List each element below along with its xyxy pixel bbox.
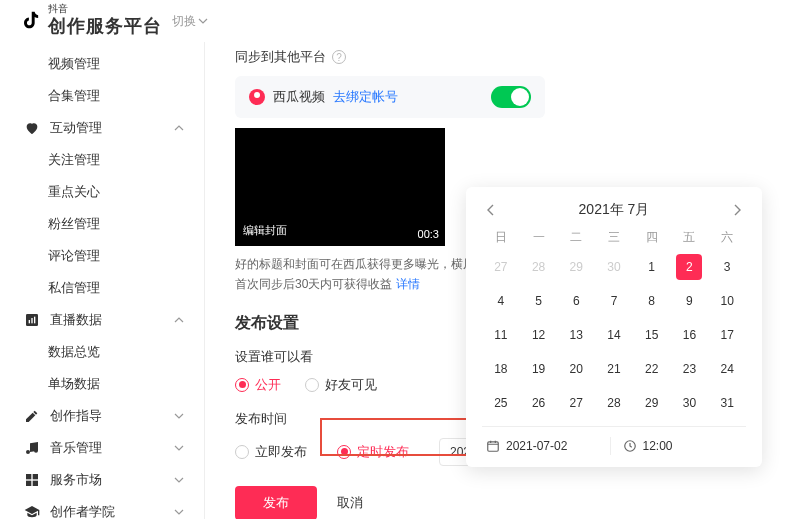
- calendar-day[interactable]: 4: [488, 288, 514, 314]
- calendar-day[interactable]: 17: [714, 322, 740, 348]
- calendar-day-prev[interactable]: 28: [526, 254, 552, 280]
- calendar-day[interactable]: 26: [526, 390, 552, 416]
- calendar-day[interactable]: 19: [526, 356, 552, 382]
- publish-now[interactable]: 立即发布: [235, 443, 307, 461]
- svg-rect-11: [488, 442, 499, 451]
- calendar-day[interactable]: 24: [714, 356, 740, 382]
- calendar-day[interactable]: 1: [639, 254, 665, 280]
- sidebar-parent-12[interactable]: 音乐管理: [0, 432, 204, 464]
- sidebar-item-6[interactable]: 评论管理: [0, 240, 204, 272]
- sidebar-label: 视频管理: [48, 55, 100, 73]
- sidebar-label: 私信管理: [48, 279, 100, 297]
- visibility-public[interactable]: 公开: [235, 376, 281, 394]
- chevron-down-icon: [174, 507, 184, 517]
- sidebar-label: 创作指导: [50, 407, 102, 425]
- calendar-day[interactable]: 15: [639, 322, 665, 348]
- logo[interactable]: 抖音 创作服务平台: [20, 4, 162, 38]
- calendar-day[interactable]: 11: [488, 322, 514, 348]
- svg-point-4: [26, 450, 30, 454]
- video-preview[interactable]: 编辑封面 00:3: [235, 128, 445, 246]
- sidebar-item-1[interactable]: 合集管理: [0, 80, 204, 112]
- calendar-day[interactable]: 7: [601, 288, 627, 314]
- calendar-day[interactable]: 22: [639, 356, 665, 382]
- sidebar-item-10[interactable]: 单场数据: [0, 368, 204, 400]
- clock-icon: [623, 439, 637, 453]
- help-icon[interactable]: ?: [332, 50, 346, 64]
- calendar-prev[interactable]: [482, 201, 500, 219]
- calendar-day[interactable]: 21: [601, 356, 627, 382]
- calendar-day[interactable]: 3: [714, 254, 740, 280]
- sidebar-label: 单场数据: [48, 375, 100, 393]
- douyin-logo-icon: [20, 9, 42, 34]
- calendar-day[interactable]: 29: [639, 390, 665, 416]
- sidebar-item-7[interactable]: 私信管理: [0, 272, 204, 304]
- svg-point-5: [34, 449, 38, 453]
- publish-scheduled[interactable]: 定时发布: [337, 443, 409, 461]
- sidebar-item-5[interactable]: 粉丝管理: [0, 208, 204, 240]
- sidebar-label: 关注管理: [48, 151, 100, 169]
- calendar-day-prev[interactable]: 29: [563, 254, 589, 280]
- calendar-grid: 日一二三四五六272829301234567891011121314151617…: [482, 229, 746, 416]
- grid-icon: [24, 472, 40, 488]
- calendar-day[interactable]: 2: [676, 254, 702, 280]
- calendar-day[interactable]: 8: [639, 288, 665, 314]
- sidebar-item-9[interactable]: 数据总览: [0, 336, 204, 368]
- calendar-day-prev[interactable]: 30: [601, 254, 627, 280]
- bind-account-link[interactable]: 去绑定帐号: [333, 88, 398, 106]
- sidebar-item-0[interactable]: 视频管理: [0, 48, 204, 80]
- calendar-day[interactable]: 23: [676, 356, 702, 382]
- sidebar-item-4[interactable]: 重点关心: [0, 176, 204, 208]
- svg-rect-2: [31, 318, 32, 323]
- sidebar-parent-14[interactable]: 创作者学院: [0, 496, 204, 519]
- sidebar-label: 数据总览: [48, 343, 100, 361]
- calendar-day-prev[interactable]: 27: [488, 254, 514, 280]
- sidebar-parent-11[interactable]: 创作指导: [0, 400, 204, 432]
- calendar-day[interactable]: 12: [526, 322, 552, 348]
- calendar-day[interactable]: 28: [601, 390, 627, 416]
- calendar-day[interactable]: 16: [676, 322, 702, 348]
- sidebar-label: 服务市场: [50, 471, 102, 489]
- calendar-day[interactable]: 13: [563, 322, 589, 348]
- school-icon: [24, 504, 40, 519]
- calendar-day[interactable]: 27: [563, 390, 589, 416]
- chevron-up-icon: [174, 123, 184, 133]
- pen-icon: [24, 408, 40, 424]
- edit-cover-label[interactable]: 编辑封面: [243, 223, 287, 238]
- logo-superscript: 抖音: [48, 4, 162, 14]
- calendar-day[interactable]: 10: [714, 288, 740, 314]
- chevron-down-icon: [174, 475, 184, 485]
- calendar-dow: 六: [708, 229, 746, 246]
- calendar-popover: 2021年 7月 日一二三四五六272829301234567891011121…: [466, 187, 762, 467]
- calendar-day[interactable]: 18: [488, 356, 514, 382]
- publish-button[interactable]: 发布: [235, 486, 317, 519]
- sidebar-parent-2[interactable]: 互动管理: [0, 112, 204, 144]
- calendar-day[interactable]: 31: [714, 390, 740, 416]
- sidebar-parent-13[interactable]: 服务市场: [0, 464, 204, 496]
- switch-link[interactable]: 切换: [172, 13, 208, 30]
- sidebar-item-3[interactable]: 关注管理: [0, 144, 204, 176]
- sidebar-parent-8[interactable]: 直播数据: [0, 304, 204, 336]
- sidebar-label: 评论管理: [48, 247, 100, 265]
- detail-link[interactable]: 详情: [396, 277, 420, 291]
- calendar-day[interactable]: 6: [563, 288, 589, 314]
- calendar-date-field[interactable]: 2021-07-02: [482, 437, 610, 455]
- sidebar: 视频管理合集管理互动管理关注管理重点关心粉丝管理评论管理私信管理直播数据数据总览…: [0, 42, 205, 519]
- calendar-day[interactable]: 14: [601, 322, 627, 348]
- calendar-dow: 五: [671, 229, 709, 246]
- calendar-day[interactable]: 20: [563, 356, 589, 382]
- radio-icon: [337, 445, 351, 459]
- sidebar-label: 粉丝管理: [48, 215, 100, 233]
- cancel-button[interactable]: 取消: [337, 486, 363, 519]
- sync-toggle[interactable]: [491, 86, 531, 108]
- calendar-time-field[interactable]: 12:00: [610, 437, 747, 455]
- calendar-dow: 日: [482, 229, 520, 246]
- visibility-friends[interactable]: 好友可见: [305, 376, 377, 394]
- calendar-dow: 一: [520, 229, 558, 246]
- calendar-day[interactable]: 25: [488, 390, 514, 416]
- logo-text: 创作服务平台: [48, 14, 162, 38]
- calendar-day[interactable]: 5: [526, 288, 552, 314]
- calendar-day[interactable]: 9: [676, 288, 702, 314]
- calendar-next[interactable]: [728, 201, 746, 219]
- calendar-day[interactable]: 30: [676, 390, 702, 416]
- sync-xigua-row: 西瓜视频 去绑定帐号: [235, 76, 545, 118]
